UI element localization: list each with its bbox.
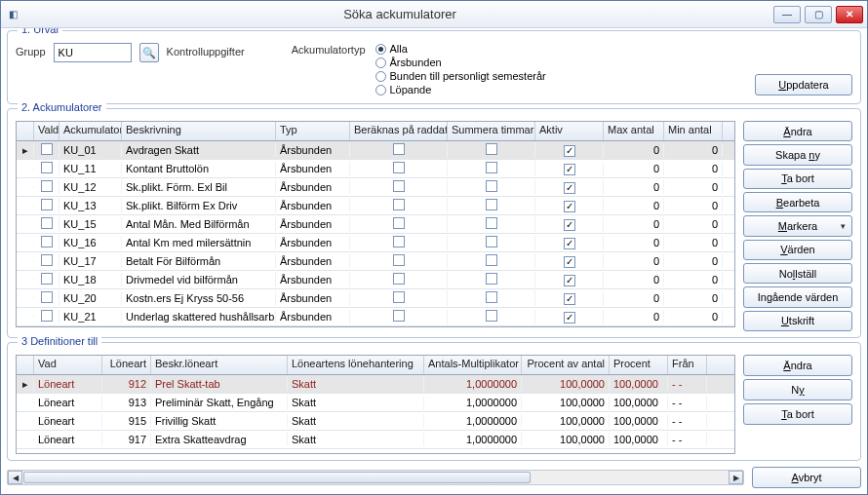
ber-checkbox[interactable]	[393, 273, 405, 285]
ack-descr: Antal Km med milersättnin	[122, 236, 276, 249]
aktiv-checkbox[interactable]	[564, 238, 575, 249]
ack-typ: Årsbunden	[276, 273, 350, 286]
uppdatera-button[interactable]: Uppdatera	[755, 74, 852, 95]
ack-row[interactable]: KU_16Antal Km med milersättninÅrsbunden0…	[17, 234, 734, 252]
ack-max: 0	[604, 236, 664, 249]
nollstall-button[interactable]: Nollställ	[743, 263, 852, 284]
aktiv-checkbox[interactable]	[564, 293, 575, 305]
ack-row[interactable]: KU_20Kostn.ers Ej Kryss 50-56Årsbunden00	[17, 289, 734, 308]
ber-checkbox[interactable]	[393, 254, 405, 266]
vald-checkbox[interactable]	[41, 273, 53, 285]
acktyp-radio-0[interactable]: Alla	[375, 43, 546, 55]
ack-descr: Sk.plikt. Förm. Exl Bil	[122, 180, 276, 194]
vald-checkbox[interactable]	[41, 291, 53, 303]
def-row[interactable]: ▸Löneart912Prel Skatt-tabSkatt1,00000001…	[17, 375, 734, 394]
ack-row[interactable]: KU_21Underlag skattered hushållsarbÅrsbu…	[17, 308, 734, 326]
def-loneart: 917	[102, 433, 151, 446]
def-vad: Löneart	[34, 433, 102, 446]
sum-checkbox[interactable]	[486, 217, 497, 229]
def-row[interactable]: Löneart913Preliminär Skatt, EngångSkatt1…	[17, 394, 734, 412]
close-button[interactable]: ✕	[836, 6, 863, 23]
vald-checkbox[interactable]	[41, 254, 53, 266]
def-ny-button[interactable]: Ny	[743, 379, 852, 400]
minimize-button[interactable]: —	[773, 6, 801, 23]
ber-checkbox[interactable]	[393, 199, 405, 210]
aktiv-checkbox[interactable]	[564, 164, 575, 175]
scroll-thumb[interactable]	[23, 472, 531, 483]
ack-row[interactable]: KU_12Sk.plikt. Förm. Exl BilÅrsbunden00	[17, 178, 734, 197]
aktiv-checkbox[interactable]	[564, 256, 575, 268]
ber-checkbox[interactable]	[393, 236, 405, 248]
vald-checkbox[interactable]	[41, 143, 53, 155]
acktyp-radio-1[interactable]: Årsbunden	[375, 57, 546, 68]
maximize-button[interactable]: ▢	[805, 6, 832, 23]
ack-row[interactable]: KU_18Drivmedel vid bilförmånÅrsbunden00	[17, 271, 734, 289]
grupp-input[interactable]	[54, 43, 132, 62]
aktiv-checkbox[interactable]	[564, 312, 575, 324]
ack-descr: Drivmedel vid bilförmån	[122, 273, 276, 286]
def-grid[interactable]: Vad Löneart Beskr.löneart Löneartens lön…	[16, 355, 735, 454]
sum-checkbox[interactable]	[486, 236, 497, 248]
ack-id: KU_15	[59, 217, 122, 231]
sum-checkbox[interactable]	[486, 162, 497, 173]
aktiv-checkbox[interactable]	[564, 182, 575, 194]
aktiv-checkbox[interactable]	[564, 201, 575, 212]
ack-row[interactable]: KU_17Betalt För BilförmånÅrsbunden00	[17, 252, 734, 271]
ber-checkbox[interactable]	[393, 291, 405, 303]
ack-typ: Årsbunden	[276, 143, 350, 157]
sum-checkbox[interactable]	[486, 143, 497, 155]
ack-row[interactable]: KU_13Sk.plikt. Bilförm Ex DrivÅrsbunden0…	[17, 197, 734, 215]
ack-id: KU_21	[59, 310, 122, 324]
def-tabort-button[interactable]: Ta bort	[743, 403, 852, 425]
vald-checkbox[interactable]	[41, 217, 53, 229]
radio-icon	[375, 44, 386, 55]
ack-legend: 2. Ackumulatorer	[18, 101, 106, 113]
vald-checkbox[interactable]	[41, 236, 53, 248]
ack-typ: Årsbunden	[276, 291, 350, 305]
ber-checkbox[interactable]	[393, 143, 405, 155]
sum-checkbox[interactable]	[486, 273, 497, 285]
acktyp-radio-3[interactable]: Löpande	[375, 84, 546, 95]
vald-checkbox[interactable]	[41, 162, 53, 173]
ack-row[interactable]: ▸KU_01Avdragen SkattÅrsbunden00	[17, 141, 734, 160]
ber-checkbox[interactable]	[393, 162, 405, 173]
sum-checkbox[interactable]	[486, 199, 497, 210]
skapany-button[interactable]: Skapa ny	[743, 144, 852, 165]
varden-button[interactable]: Värden	[743, 240, 852, 260]
def-row[interactable]: Löneart915Frivillig SkattSkatt1,00000001…	[17, 412, 734, 431]
sum-checkbox[interactable]	[486, 254, 497, 266]
def-andra-button[interactable]: Ändra	[743, 355, 852, 376]
ack-row[interactable]: KU_15Antal Mån. Med BilförmånÅrsbunden00	[17, 215, 734, 234]
ack-min: 0	[664, 180, 723, 194]
ack-grid[interactable]: Vald Ackumulator Beskrivning Typ Beräkna…	[16, 121, 735, 327]
aktiv-checkbox[interactable]	[564, 219, 575, 231]
scroll-right-icon[interactable]: ▶	[729, 471, 743, 484]
vald-checkbox[interactable]	[41, 180, 53, 192]
andra-button[interactable]: Ändra	[743, 121, 852, 141]
sum-checkbox[interactable]	[486, 180, 497, 192]
aktiv-checkbox[interactable]	[564, 145, 575, 157]
acktyp-radio-2[interactable]: Bunden till personligt semesterår	[375, 70, 546, 82]
markera-dropdown[interactable]: Markera	[743, 215, 852, 236]
avbryt-button[interactable]: Avbryt	[752, 467, 861, 488]
radio-icon	[375, 57, 386, 68]
sum-checkbox[interactable]	[486, 310, 497, 322]
ack-typ: Årsbunden	[276, 217, 350, 231]
ack-row[interactable]: KU_11Kontant BruttolönÅrsbunden00	[17, 160, 734, 178]
ber-checkbox[interactable]	[393, 310, 405, 322]
scroll-left-icon[interactable]: ◀	[8, 471, 22, 484]
aktiv-checkbox[interactable]	[564, 275, 575, 286]
ber-checkbox[interactable]	[393, 180, 405, 192]
sum-checkbox[interactable]	[486, 291, 497, 303]
tabort-button[interactable]: Ta bort	[743, 169, 852, 189]
vald-checkbox[interactable]	[41, 310, 53, 322]
hscrollbar[interactable]: ◀ ▶	[7, 470, 744, 485]
bearbeta-button[interactable]: Bearbeta	[743, 192, 852, 212]
utskrift-button[interactable]: Utskrift	[743, 311, 852, 331]
vald-checkbox[interactable]	[41, 199, 53, 210]
lookup-button[interactable]: 🔍	[139, 43, 159, 62]
ack-group: 2. Ackumulatorer Vald Ackumulator Beskri…	[7, 108, 861, 338]
ingaende-button[interactable]: Ingående värden	[743, 286, 852, 307]
ber-checkbox[interactable]	[393, 217, 405, 229]
def-row[interactable]: Löneart917Extra SkatteavdragSkatt1,00000…	[17, 431, 734, 449]
